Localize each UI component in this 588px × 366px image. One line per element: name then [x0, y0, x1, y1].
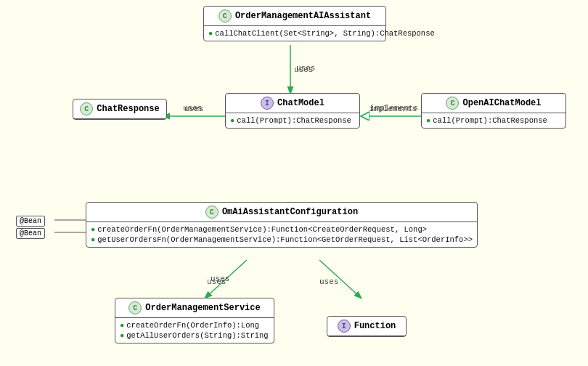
class-openai-chat-model: C OpenAIChatModel ●call(Prompt):ChatResp…: [421, 93, 566, 129]
class-name-fn: Function: [354, 321, 396, 331]
stereotype-icon-omac: C: [205, 206, 219, 219]
arrows-svg: [0, 0, 588, 366]
method-cm-1: ●call(Prompt):ChatResponse: [230, 115, 355, 126]
class-order-management-service: C OrderManagementService ●createOrderFn(…: [115, 298, 274, 343]
class-body-omac: ●createOrderFn(OrderManagementService):F…: [86, 222, 477, 247]
class-body-oaicm: ●call(Prompt):ChatResponse: [422, 113, 565, 128]
class-name-omac: OmAiAssistantConfiguration: [222, 207, 358, 217]
stereotype-icon-oaicm: C: [446, 97, 459, 110]
class-chat-model: I ChatModel ●call(Prompt):ChatResponse: [225, 93, 360, 129]
dot-omac-2: ●: [91, 235, 95, 244]
class-header-omac: C OmAiAssistantConfiguration: [86, 203, 477, 222]
method-omac-2: ●getUserOrdersFn(OrderManagementService)…: [91, 235, 473, 245]
uml-diagram: uses uses implements uses uses uses impl…: [0, 0, 588, 366]
method-omac-1: ●createOrderFn(OrderManagementService):F…: [91, 224, 473, 235]
class-header-omaa: C OrderManagementAIAssistant: [204, 7, 385, 26]
stereotype-icon-cm: I: [261, 97, 274, 110]
class-chat-response: C ChatResponse: [73, 99, 167, 120]
uses-label-1: uses: [294, 65, 313, 74]
class-name-oaicm: OpenAIChatModel: [462, 98, 541, 108]
bean-label-1: @Bean: [16, 216, 45, 227]
stereotype-icon-oms: C: [128, 301, 142, 314]
dot-oaicm-1: ●: [426, 116, 430, 125]
dot-omaa-1: ●: [208, 29, 213, 38]
bean-label-2: @Bean: [16, 228, 45, 239]
class-body-oms: ●createOrderFn(OrderInfo):Long ●getAllUs…: [115, 318, 274, 343]
dot-cm-1: ●: [230, 116, 234, 125]
stereotype-icon-omaa: C: [219, 9, 232, 23]
implements-label: implements: [369, 105, 417, 113]
uses-label-4: uses: [319, 277, 338, 286]
class-name-cr: ChatResponse: [97, 104, 159, 114]
uses-label-2: uses: [184, 105, 203, 113]
method-oaicm-1: ●call(Prompt):ChatResponse: [426, 115, 561, 126]
class-header-fn: I Function: [327, 317, 406, 336]
dot-oms-1: ●: [120, 321, 124, 330]
stereotype-icon-cr: C: [80, 102, 93, 115]
uses-label-3: uses: [207, 277, 226, 286]
class-header-cr: C ChatResponse: [73, 99, 166, 119]
stereotype-icon-fn: I: [338, 320, 351, 333]
class-body-omaa: ●callChatClient(Set<String>, String):Cha…: [204, 26, 385, 41]
class-order-management-ai-assistant: C OrderManagementAIAssistant ●callChatCl…: [203, 6, 386, 41]
method-omaa-1: ●callChatClient(Set<String>, String):Cha…: [208, 28, 381, 38]
dot-oms-2: ●: [120, 331, 124, 340]
class-om-ai-assistant-config: C OmAiAssistantConfiguration ●createOrde…: [86, 202, 478, 248]
dot-omac-1: ●: [91, 225, 95, 234]
class-header-oaicm: C OpenAIChatModel: [422, 94, 565, 113]
class-header-oms: C OrderManagementService: [115, 298, 274, 318]
class-name-cm: ChatModel: [277, 98, 324, 108]
class-name-oms: OrderManagementService: [145, 303, 260, 313]
method-oms-2: ●getAllUserOrders(String):String: [120, 330, 269, 341]
class-header-cm: I ChatModel: [226, 94, 359, 113]
class-function: I Function: [327, 316, 407, 337]
class-name-omaa: OrderManagementAIAssistant: [235, 11, 371, 21]
method-oms-1: ●createOrderFn(OrderInfo):Long: [120, 320, 269, 330]
class-body-cm: ●call(Prompt):ChatResponse: [226, 113, 359, 128]
